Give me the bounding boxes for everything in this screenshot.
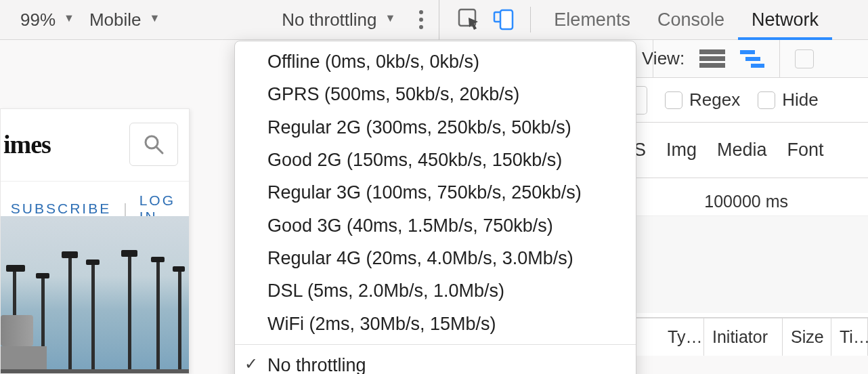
- view-label: View:: [642, 48, 685, 69]
- filter-type-img[interactable]: Img: [666, 140, 697, 161]
- divider: |: [123, 201, 127, 217]
- divider: [530, 7, 531, 33]
- tab-elements[interactable]: Elements: [540, 0, 644, 40]
- throttling-preset-item[interactable]: DSL (5ms, 2.0Mb/s, 1.0Mb/s): [235, 274, 636, 307]
- svg-rect-3: [740, 50, 755, 54]
- device-type-label: Mobile: [89, 9, 142, 30]
- zoom-value: 99%: [20, 9, 56, 30]
- large-rows-icon[interactable]: [699, 49, 725, 68]
- svg-rect-2: [500, 10, 513, 29]
- waterfall-view-icon[interactable]: [740, 49, 764, 69]
- inspect-element-icon[interactable]: [453, 6, 487, 33]
- search-icon: [142, 133, 165, 156]
- checkbox-icon: [665, 91, 682, 109]
- throttling-preset-item[interactable]: Regular 2G (300ms, 250kb/s, 50kb/s): [235, 111, 636, 144]
- regex-checkbox[interactable]: Regex: [665, 89, 740, 110]
- tab-console[interactable]: Console: [644, 0, 738, 40]
- throttling-no-throttling-item[interactable]: No throttling: [235, 349, 636, 374]
- chevron-down-icon: ▼: [149, 12, 160, 24]
- timeline-band: [628, 215, 868, 313]
- throttling-preset-item[interactable]: Good 2G (150ms, 450kb/s, 150kb/s): [235, 144, 636, 176]
- throttling-selected: No throttling: [282, 9, 376, 30]
- svg-rect-4: [745, 57, 760, 61]
- throttling-dropdown[interactable]: No throttling ▼: [275, 9, 402, 30]
- column-size[interactable]: Size: [783, 318, 831, 356]
- zoom-dropdown[interactable]: 99% ▼: [14, 9, 81, 30]
- device-type-dropdown[interactable]: Mobile ▼: [83, 9, 167, 30]
- column-time[interactable]: Ti…: [831, 318, 868, 356]
- throttling-preset-item[interactable]: GPRS (500ms, 50kb/s, 20kb/s): [235, 78, 636, 110]
- chevron-down-icon: ▼: [64, 12, 74, 24]
- regex-label: Regex: [689, 89, 740, 110]
- divider: [779, 40, 780, 78]
- hide-data-urls-checkbox[interactable]: Hide: [758, 89, 818, 110]
- tab-network[interactable]: Network: [738, 0, 832, 40]
- more-options-button[interactable]: [417, 9, 425, 30]
- site-logo[interactable]: imes: [1, 129, 51, 159]
- device-toolbar: 99% ▼ Mobile ▼ No throttling ▼ Elements: [0, 0, 868, 40]
- throttling-menu: Offline (0ms, 0kb/s, 0kb/s) GPRS (500ms,…: [234, 41, 636, 374]
- throttling-preset-item[interactable]: Regular 4G (20ms, 4.0Mb/s, 3.0Mb/s): [235, 242, 636, 274]
- column-initiator[interactable]: Initiator: [704, 318, 783, 356]
- subscribe-link[interactable]: SUBSCRIBE: [11, 201, 111, 217]
- svg-line-7: [156, 147, 162, 153]
- mobile-preview-frame: imes SUBSCRIBE | LOG IN: [0, 108, 190, 374]
- divider: [439, 0, 439, 40]
- search-button[interactable]: [129, 123, 178, 166]
- throttling-preset-item[interactable]: WiFi (2ms, 30Mb/s, 15Mb/s): [235, 308, 636, 340]
- site-header: imes: [1, 109, 189, 182]
- hide-label: Hide: [782, 89, 818, 110]
- divider: [653, 40, 653, 78]
- throttling-preset-item[interactable]: Regular 3G (100ms, 750kb/s, 250kb/s): [235, 176, 636, 209]
- chevron-down-icon: ▼: [385, 12, 396, 24]
- article-hero-image: [1, 216, 189, 373]
- filter-type-font[interactable]: Font: [787, 140, 824, 161]
- filter-input[interactable]: [635, 86, 647, 115]
- filter-type-media[interactable]: Media: [717, 140, 767, 161]
- timeline-tick-label: 100000 ms: [704, 192, 788, 211]
- toggle-device-toolbar-icon[interactable]: [487, 6, 521, 33]
- svg-rect-5: [751, 64, 764, 68]
- column-type[interactable]: Ty…: [659, 318, 704, 356]
- group-frames-toggle[interactable]: [795, 49, 814, 68]
- throttling-preset-item[interactable]: Good 3G (40ms, 1.5Mb/s, 750kb/s): [235, 209, 636, 242]
- throttling-preset-item[interactable]: Offline (0ms, 0kb/s, 0kb/s): [235, 45, 636, 78]
- checkbox-icon: [758, 91, 775, 109]
